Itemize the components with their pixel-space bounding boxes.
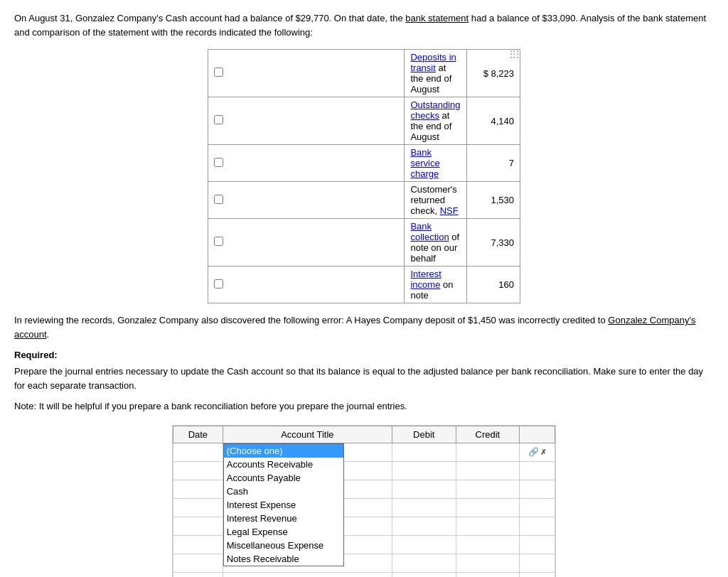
action-cell-1[interactable]: 🔗 ✗ [520,443,555,461]
journal-row-1: (Choose one) Accounts Receivable Account… [173,443,555,461]
account-cell-1[interactable]: (Choose one) Accounts Receivable Account… [223,443,392,461]
debit-cell-6[interactable] [392,535,456,554]
debit-input-7[interactable] [392,554,456,572]
credit-input-7[interactable] [456,554,520,572]
bank-statement-link[interactable]: bank statement [405,13,469,23]
deposits-in-transit-link[interactable]: Deposits in transit [410,52,456,73]
required-label: Required: [14,350,714,360]
action-cell-2 [520,461,555,480]
debit-input-1[interactable] [392,443,456,461]
debit-input-5[interactable] [392,517,456,535]
dropdown-option-ie[interactable]: Interest Expense [224,498,343,512]
action-cell-6 [520,535,555,554]
credit-input-3[interactable] [456,480,520,498]
nsf-link[interactable]: NSF [440,205,459,216]
debit-cell-4[interactable] [392,498,456,517]
table-row: Bank service charge 7 [208,145,520,182]
table-row: Customer's returned check, NSF 1,530 [208,182,520,219]
intro-text-1: On August 31, Gonzalez Company's Cash ac… [14,13,405,23]
dropdown-option-le[interactable]: Legal Expense [224,525,343,539]
date-cell-8[interactable] [173,572,223,577]
date-input-8[interactable] [173,573,223,578]
date-cell-6[interactable] [173,535,223,554]
col-header-credit: Credit [456,426,520,443]
dropdown-option-ar[interactable]: Accounts Receivable [224,458,343,471]
error-text-end: . [47,329,50,340]
debit-input-4[interactable] [392,499,456,517]
date-input-3[interactable] [173,480,223,498]
debit-input-6[interactable] [392,536,456,554]
row3-checkbox[interactable] [214,158,223,167]
journal-header-row: Date Account Title Debit Credit [173,426,555,443]
bank-service-charge-link[interactable]: Bank service charge [410,147,439,179]
dropdown-option-me[interactable]: Miscellaneous Expense [224,539,343,552]
credit-cell-8[interactable] [456,572,520,577]
link-icon-1[interactable]: 🔗 [528,447,539,457]
credit-input-6[interactable] [456,536,520,554]
date-input-1[interactable] [173,443,223,461]
date-input-5[interactable] [173,517,223,535]
credit-cell-2[interactable] [456,461,520,480]
table-row: Bank collection of note on our behalf 7,… [208,219,520,266]
row4-checkbox[interactable] [214,195,223,204]
debit-cell-3[interactable] [392,480,456,498]
debit-cell-2[interactable] [392,461,456,480]
dropdown-option-choose[interactable]: (Choose one) [224,444,343,458]
table-row: Outstanding checks at the end of August … [208,97,520,145]
date-input-7[interactable] [173,554,223,572]
error-paragraph: In reviewing the records, Gonzalez Compa… [14,313,714,341]
date-cell-4[interactable] [173,498,223,517]
row5-checkbox[interactable] [214,237,223,246]
debit-cell-1[interactable] [392,443,456,461]
row6-checkbox[interactable] [214,279,223,288]
bank-collection-link[interactable]: Bank collection [410,221,449,242]
date-cell-7[interactable] [173,554,223,572]
credit-input-5[interactable] [456,517,520,535]
outstanding-checks-link[interactable]: Outstanding checks [410,99,460,121]
journal-row-8 [173,572,555,577]
debit-cell-7[interactable] [392,554,456,572]
credit-cell-6[interactable] [456,535,520,554]
debit-input-3[interactable] [392,480,456,498]
account-input-8[interactable] [223,573,392,578]
date-input-4[interactable] [173,499,223,517]
account-dropdown[interactable]: (Choose one) Accounts Receivable Account… [223,443,344,566]
credit-cell-5[interactable] [456,517,520,535]
interest-income-link[interactable]: Interest income [410,269,441,290]
row2-checkbox[interactable] [214,115,223,124]
date-input-2[interactable] [173,462,223,480]
dropdown-option-ir[interactable]: Interest Revenue [224,512,343,525]
credit-input-4[interactable] [456,499,520,517]
debit-cell-8[interactable] [392,572,456,577]
credit-cell-3[interactable] [456,480,520,498]
action-cell-7 [520,554,555,572]
row1-checkbox[interactable] [214,68,223,77]
table-row: Interest income on note 160 [208,266,520,303]
delete-icon-1[interactable]: ✗ [540,448,547,457]
journal-container: Date Account Title Debit Credit (Choose … [172,425,556,578]
col-header-action [520,426,555,443]
date-cell-5[interactable] [173,517,223,535]
dropdown-option-ap[interactable]: Accounts Payable [224,471,343,485]
debit-input-8[interactable] [392,573,456,578]
note-text: Note: It will be helpful if you prepare … [14,399,714,414]
credit-cell-7[interactable] [456,554,520,572]
credit-input-1[interactable] [456,443,520,461]
info-table: Deposits in transit at the end of August… [208,49,520,303]
action-cell-3 [520,480,555,498]
dropdown-option-nr[interactable]: Notes Receivable [224,552,343,566]
credit-cell-4[interactable] [456,498,520,517]
dropdown-option-cash[interactable]: Cash [224,485,343,498]
date-cell-1[interactable] [173,443,223,461]
debit-input-2[interactable] [392,462,456,480]
date-input-6[interactable] [173,536,223,554]
date-cell-2[interactable] [173,461,223,480]
date-cell-3[interactable] [173,480,223,498]
instruction-text: Prepare the journal entries necessary to… [14,365,714,392]
credit-input-8[interactable] [456,573,520,578]
account-cell-8[interactable] [223,572,392,577]
credit-cell-1[interactable] [456,443,520,461]
error-text: In reviewing the records, Gonzalez Compa… [14,315,608,325]
credit-input-2[interactable] [456,462,520,480]
debit-cell-5[interactable] [392,517,456,535]
